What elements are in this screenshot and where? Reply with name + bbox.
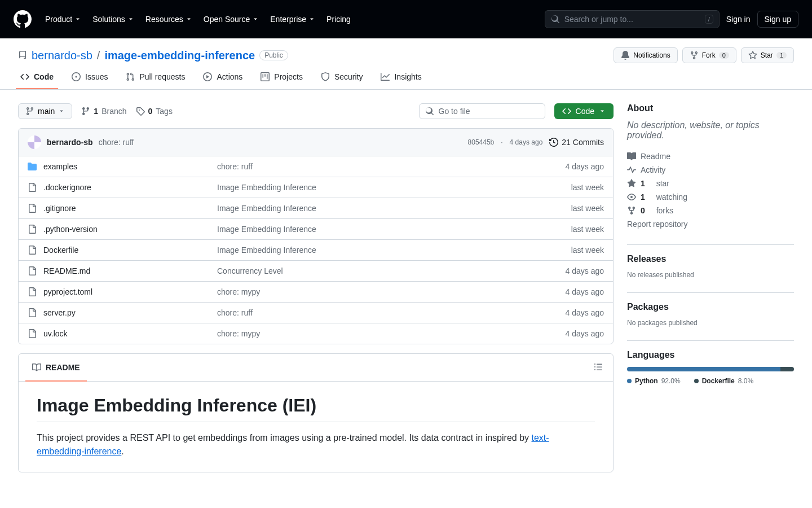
- tab-actions[interactable]: Actions: [196, 68, 249, 89]
- file-name[interactable]: examples: [28, 162, 208, 171]
- file-icon: [28, 183, 37, 192]
- file-name[interactable]: Dockerfile: [28, 246, 208, 255]
- tab-insights[interactable]: Insights: [374, 68, 428, 89]
- owner-link[interactable]: bernardo-sb: [32, 49, 92, 62]
- tab-security[interactable]: Security: [314, 68, 370, 89]
- file-commit-msg[interactable]: chore: ruff: [217, 162, 527, 171]
- file-commit-msg[interactable]: Image Embedding Inference: [217, 183, 527, 192]
- nav-pricing[interactable]: Pricing: [322, 11, 355, 27]
- file-time: 4 days ago: [536, 287, 604, 296]
- repo-actions: Notifications Fork 0 Star 1: [614, 47, 794, 63]
- watching-link[interactable]: 1 watching: [627, 190, 794, 204]
- activity-link[interactable]: Activity: [627, 163, 794, 177]
- global-header: Product Solutions Resources Open Source …: [0, 0, 812, 38]
- file-name[interactable]: README.md: [28, 266, 208, 275]
- languages-title: Languages: [627, 350, 794, 360]
- fork-icon: [690, 51, 699, 60]
- sign-up-button[interactable]: Sign up: [757, 11, 798, 28]
- file-row: DockerfileImage Embedding Inferencelast …: [19, 240, 613, 261]
- releases-section: Releases No releases published: [627, 254, 794, 279]
- visibility-badge: Public: [259, 50, 288, 60]
- file-time: 4 days ago: [536, 329, 604, 338]
- repo-icon: [18, 51, 27, 60]
- header-right: Search or jump to... / Sign in Sign up: [545, 10, 798, 28]
- tab-projects[interactable]: Projects: [254, 68, 310, 89]
- file-name[interactable]: server.py: [28, 308, 208, 317]
- search-icon: [551, 15, 560, 24]
- readme-tab[interactable]: README: [25, 358, 87, 376]
- forks-link[interactable]: 0 forks: [627, 204, 794, 217]
- commit-message[interactable]: chore: ruff: [99, 138, 134, 147]
- nav-solutions[interactable]: Solutions: [88, 11, 139, 27]
- tags-link[interactable]: 0Tags: [136, 107, 173, 116]
- branch-icon: [25, 107, 34, 116]
- nav-open-source[interactable]: Open Source: [199, 11, 264, 27]
- branches-link[interactable]: 1Branch: [81, 107, 126, 116]
- nav-resources[interactable]: Resources: [141, 11, 197, 27]
- code-button[interactable]: Code: [554, 103, 614, 119]
- github-logo[interactable]: [14, 10, 32, 28]
- issues-icon: [72, 72, 81, 81]
- report-link[interactable]: Report repository: [627, 217, 794, 231]
- packages-section: Packages No packages published: [627, 302, 794, 327]
- file-commit-msg[interactable]: Image Embedding Inference: [217, 225, 527, 234]
- file-commit-msg[interactable]: Image Embedding Inference: [217, 204, 527, 213]
- language-bar: [627, 367, 794, 371]
- tab-code[interactable]: Code: [14, 68, 60, 89]
- packages-empty: No packages published: [627, 319, 794, 327]
- file-commit-msg[interactable]: Image Embedding Inference: [217, 246, 527, 255]
- pulse-icon: [627, 165, 636, 174]
- packages-title: Packages: [627, 302, 794, 312]
- divider: [627, 340, 794, 341]
- commit-sha[interactable]: 805445b: [468, 138, 495, 146]
- tab-issues[interactable]: Issues: [65, 68, 114, 89]
- search-kbd: /: [705, 15, 713, 24]
- file-name[interactable]: .dockerignore: [28, 183, 208, 192]
- toc-button[interactable]: [590, 359, 606, 376]
- fork-button[interactable]: Fork 0: [682, 47, 736, 63]
- repo-head: bernardo-sb / image-embedding-inference …: [0, 38, 812, 68]
- file-row: .gitignoreImage Embedding Inferencelast …: [19, 198, 613, 219]
- dot-icon: [627, 379, 632, 383]
- file-commit-msg[interactable]: chore: mypy: [217, 329, 527, 338]
- stars-link[interactable]: 1 star: [627, 177, 794, 190]
- star-button[interactable]: Star 1: [741, 47, 794, 63]
- book-icon: [32, 363, 41, 372]
- lang-item-dockerfile[interactable]: Dockerfile8.0%: [694, 377, 753, 385]
- file-icon: [28, 204, 37, 213]
- about-section: About No description, website, or topics…: [627, 103, 794, 231]
- chevron-down-icon: [58, 108, 65, 115]
- language-list: Python92.0% Dockerfile8.0%: [627, 377, 794, 385]
- lang-segment-dockerfile: [780, 367, 794, 371]
- search-input[interactable]: Search or jump to... /: [545, 10, 720, 28]
- file-row: exampleschore: ruff4 days ago: [19, 156, 613, 177]
- sign-in-button[interactable]: Sign in: [726, 15, 751, 24]
- nav-product[interactable]: Product: [41, 11, 86, 27]
- repo-name-link[interactable]: image-embedding-inference: [104, 49, 255, 62]
- projects-icon: [261, 72, 270, 81]
- file-commit-msg[interactable]: Concurrency Level: [217, 266, 527, 275]
- go-to-file-input[interactable]: Go to file: [419, 103, 545, 119]
- commit-author[interactable]: bernardo-sb: [47, 138, 93, 147]
- file-name[interactable]: .gitignore: [28, 204, 208, 213]
- readme-link[interactable]: Readme: [627, 150, 794, 163]
- tab-pull-requests[interactable]: Pull requests: [119, 68, 192, 89]
- branch-switcher[interactable]: main: [18, 103, 72, 119]
- commits-link[interactable]: 21 Commits: [549, 138, 604, 147]
- lang-item-python[interactable]: Python92.0%: [627, 377, 681, 385]
- file-commit-msg[interactable]: chore: mypy: [217, 287, 527, 296]
- avatar[interactable]: [28, 135, 41, 149]
- file-commit-msg[interactable]: chore: ruff: [217, 308, 527, 317]
- dot-icon: [694, 379, 699, 383]
- notifications-button[interactable]: Notifications: [614, 47, 677, 63]
- nav-enterprise[interactable]: Enterprise: [266, 11, 320, 27]
- code-icon: [562, 107, 571, 116]
- repo-head-wrapper: bernardo-sb / image-embedding-inference …: [0, 38, 812, 90]
- actions-icon: [203, 72, 212, 81]
- file-name[interactable]: pyproject.toml: [28, 287, 208, 296]
- file-icon: [28, 308, 37, 317]
- file-name[interactable]: uv.lock: [28, 329, 208, 338]
- file-toolbar: main 1Branch 0Tags Go to file Code: [18, 103, 614, 119]
- file-name[interactable]: .python-version: [28, 225, 208, 234]
- book-icon: [627, 152, 636, 161]
